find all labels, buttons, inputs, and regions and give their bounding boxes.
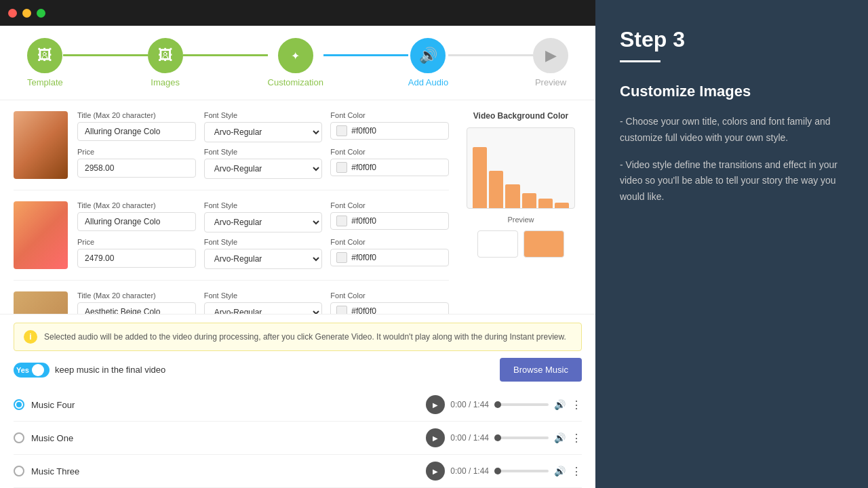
bottom-area: i Selected audio will be added to the vi…: [0, 314, 595, 488]
price-color-value-1: #f0f0f0: [351, 163, 376, 172]
volume-icon-2[interactable]: 🔊: [554, 466, 566, 476]
section-title: Customize Images: [620, 83, 844, 100]
font-style-select-3[interactable]: Arvo-Regular: [204, 302, 323, 314]
product-image-3: [14, 291, 68, 314]
minimize-window-button[interactable]: [22, 9, 31, 18]
step-images[interactable]: 🖼 Images: [148, 38, 183, 87]
player-controls-1: ▶ 0:00 / 1:44 🔊 ⋮: [426, 428, 582, 447]
step-circle-add-audio: 🔊: [410, 38, 446, 73]
progress-bar-0[interactable]: [494, 403, 549, 406]
title-label-3: Title (Max 20 character): [77, 291, 196, 300]
volume-icon-0[interactable]: 🔊: [554, 399, 566, 410]
font-style-label-1: Font Style: [204, 111, 323, 119]
swatch-orange[interactable]: [524, 230, 564, 258]
title-input-1[interactable]: [77, 122, 196, 141]
product-fields-2: Title (Max 20 character) Font Style Arvo…: [77, 201, 449, 269]
step-circle-customization: ✦: [278, 38, 313, 73]
swatch-white[interactable]: [477, 230, 518, 258]
title-field-group-1: Title (Max 20 character): [77, 111, 196, 142]
content-area: Title (Max 20 character) Font Style Arvo…: [0, 100, 595, 314]
time-text-2: 0:00 / 1:44: [450, 466, 489, 476]
radio-music-one[interactable]: [14, 432, 24, 443]
title-input-2[interactable]: [77, 212, 196, 231]
font-color-group-2: Font Color #f0f0f0: [330, 201, 449, 232]
title-label-2: Title (Max 20 character): [77, 201, 196, 209]
title-field-group-3: Title (Max 20 character): [77, 291, 196, 314]
play-button-1[interactable]: ▶: [426, 428, 445, 447]
step-label-images: Images: [151, 77, 180, 87]
maximize-window-button[interactable]: [37, 9, 45, 18]
radio-music-three[interactable]: [14, 466, 24, 476]
more-icon-1[interactable]: ⋮: [571, 432, 582, 445]
music-item-0: Music Four ▶ 0:00 / 1:44 🔊 ⋮: [14, 388, 582, 422]
bar-3: [505, 184, 519, 208]
music-name-1: Music One: [31, 433, 419, 443]
bar-1: [473, 147, 487, 208]
font-color-label-2: Font Color: [330, 201, 449, 209]
price-input-1[interactable]: [77, 159, 196, 178]
products-list: Title (Max 20 character) Font Style Arvo…: [14, 111, 449, 314]
time-text-0: 0:00 / 1:44: [450, 400, 489, 409]
toggle-group: Yes keep music in the final video: [14, 363, 165, 378]
connector-1: [63, 54, 148, 56]
price-font-color-input-2[interactable]: #f0f0f0: [330, 249, 449, 266]
more-icon-2[interactable]: ⋮: [571, 465, 582, 478]
color-swatch-1: [336, 125, 347, 136]
color-value-1: #f0f0f0: [351, 126, 376, 136]
radio-music-four[interactable]: [14, 399, 24, 410]
step-underline: [620, 60, 660, 62]
color-swatch-3: [336, 306, 347, 314]
info-banner: i Selected audio will be added to the vi…: [14, 323, 582, 351]
more-icon-0[interactable]: ⋮: [571, 399, 582, 411]
font-color-label-3: Font Color: [330, 291, 449, 300]
time-text-1: 0:00 / 1:44: [450, 433, 489, 443]
step-label-add-audio: Add Audio: [408, 77, 448, 87]
browse-music-button[interactable]: Browse Music: [500, 358, 582, 382]
price-font-color-label-1: Font Color: [330, 148, 449, 156]
right-panel: Step 3 Customize Images - Choose your ow…: [595, 0, 868, 488]
toggle-yes-label: Yes: [16, 366, 29, 374]
music-name-2: Music Three: [31, 466, 419, 476]
font-color-input-1[interactable]: #f0f0f0: [330, 122, 449, 140]
price-font-color-input-1[interactable]: #f0f0f0: [330, 159, 449, 176]
price-color-value-2: #f0f0f0: [351, 253, 376, 262]
product-row-2: Title (Max 20 character) Font Style Arvo…: [14, 201, 449, 281]
font-color-input-2[interactable]: #f0f0f0: [330, 212, 449, 230]
step-circle-template: 🖼: [27, 38, 62, 73]
progress-bar-1[interactable]: [494, 436, 549, 439]
font-color-input-3[interactable]: #f0f0f0: [330, 302, 449, 314]
title-input-3[interactable]: [77, 302, 196, 314]
font-style-group-2: Font Style Arvo-Regular: [204, 201, 323, 232]
price-font-style-select-1[interactable]: Arvo-Regular: [204, 159, 323, 179]
price-label-2: Price: [77, 238, 196, 246]
play-button-0[interactable]: ▶: [426, 395, 445, 414]
info-text: Selected audio will be added to the vide…: [44, 332, 566, 342]
player-controls-2: ▶ 0:00 / 1:44 🔊 ⋮: [426, 462, 582, 481]
product-image-1: [14, 111, 68, 179]
price-font-color-group-1: Font Color #f0f0f0: [330, 148, 449, 179]
price-font-color-label-2: Font Color: [330, 238, 449, 246]
step-template[interactable]: 🖼 Template: [27, 38, 63, 87]
font-style-group-1: Font Style Arvo-Regular: [204, 111, 323, 142]
play-button-2[interactable]: ▶: [426, 462, 445, 481]
price-input-2[interactable]: [77, 249, 196, 268]
toggle-pill[interactable]: Yes: [14, 363, 50, 378]
price-field-group-2: Price: [77, 238, 196, 269]
product-image-2: [14, 201, 68, 269]
step-customization[interactable]: ✦ Customization: [268, 38, 323, 87]
step-preview[interactable]: ▶ Preview: [533, 38, 568, 87]
product-fields-3: Title (Max 20 character) Font Style Arvo…: [77, 291, 449, 314]
volume-icon-1[interactable]: 🔊: [554, 432, 566, 443]
font-style-select-1[interactable]: Arvo-Regular: [204, 122, 323, 142]
font-color-group-1: Font Color #f0f0f0: [330, 111, 449, 142]
step-heading: Step 3: [620, 27, 844, 52]
close-window-button[interactable]: [8, 9, 17, 18]
step-add-audio[interactable]: 🔊 Add Audio: [408, 38, 448, 87]
keep-music-label: keep music in the final video: [55, 365, 165, 375]
connector-2: [183, 54, 268, 56]
font-color-group-3: Font Color #f0f0f0: [330, 291, 449, 314]
progress-bar-2[interactable]: [494, 470, 549, 472]
product-row-1: Title (Max 20 character) Font Style Arvo…: [14, 111, 449, 190]
font-style-select-2[interactable]: Arvo-Regular: [204, 212, 323, 232]
price-font-style-select-2[interactable]: Arvo-Regular: [204, 249, 323, 269]
